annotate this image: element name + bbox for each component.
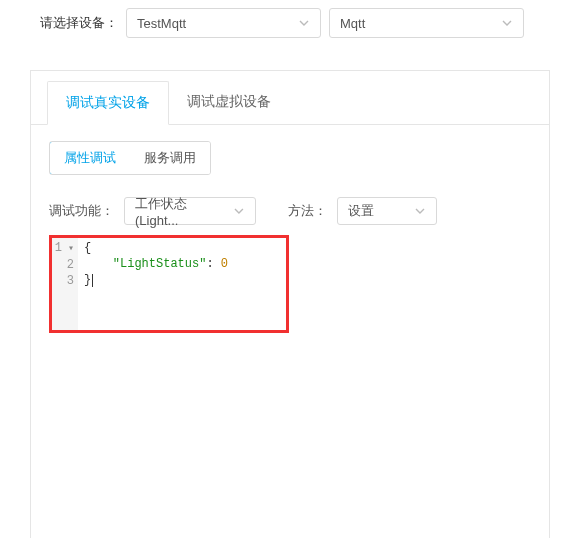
json-editor[interactable]: 1 ▾ 2 3 { "LightStatus": 0 }	[49, 235, 289, 333]
function-label: 调试功能：	[49, 202, 114, 220]
mode-button-group: 属性调试 服务调用	[49, 141, 211, 175]
tab-virtual-device[interactable]: 调试虚拟设备	[169, 81, 289, 124]
chevron-down-icon	[414, 205, 426, 217]
method-select[interactable]: 设置	[337, 197, 437, 225]
method-label: 方法：	[288, 202, 327, 220]
tab-real-device[interactable]: 调试真实设备	[47, 81, 169, 125]
function-select-value: 工作状态 (Light...	[135, 195, 233, 228]
chevron-down-icon	[298, 17, 310, 29]
device-label: 请选择设备：	[40, 14, 118, 32]
device-select[interactable]: TestMqtt	[126, 8, 321, 38]
debug-tabs: 调试真实设备 调试虚拟设备	[31, 81, 549, 125]
function-select[interactable]: 工作状态 (Light...	[124, 197, 256, 225]
text-cursor-icon	[92, 274, 93, 287]
attr-debug-button[interactable]: 属性调试	[49, 141, 131, 175]
editor-gutter: 1 ▾ 2 3	[52, 238, 78, 330]
method-select-value: 设置	[348, 202, 374, 220]
service-call-button[interactable]: 服务调用	[130, 142, 210, 174]
protocol-select-value: Mqtt	[340, 16, 365, 31]
protocol-select[interactable]: Mqtt	[329, 8, 524, 38]
device-select-value: TestMqtt	[137, 16, 186, 31]
editor-code[interactable]: { "LightStatus": 0 }	[78, 238, 286, 330]
chevron-down-icon	[501, 17, 513, 29]
debug-panel: 调试真实设备 调试虚拟设备 属性调试 服务调用 调试功能： 工作状态 (Ligh…	[30, 70, 550, 538]
chevron-down-icon	[233, 205, 245, 217]
